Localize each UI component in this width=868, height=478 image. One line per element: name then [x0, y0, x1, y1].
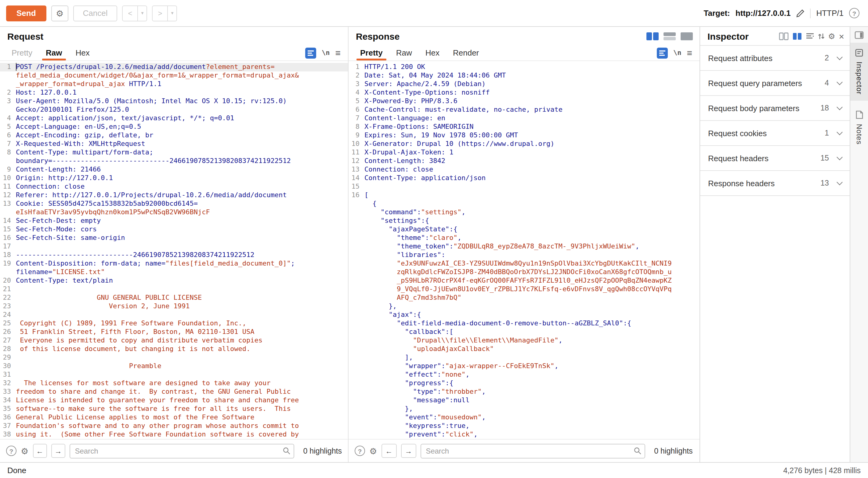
- line-number: [348, 200, 364, 208]
- line-number: [0, 80, 16, 89]
- http-version-label: HTTP/1: [816, 8, 844, 18]
- code-line: 10Origin: http://127.0.0.1: [0, 174, 348, 182]
- search-help-icon[interactable]: ?: [355, 446, 365, 456]
- inspector-section-label: Request body parameters: [708, 103, 799, 113]
- inspector-section-request-attributes[interactable]: Request attributes2: [700, 46, 850, 71]
- hamburger-menu-icon[interactable]: ≡: [335, 48, 341, 58]
- line-number: 10: [0, 174, 16, 182]
- inspector-section-count: 18: [820, 104, 837, 112]
- inspector-section-request-cookies[interactable]: Request cookies1: [700, 121, 850, 146]
- tab-hex[interactable]: Hex: [419, 45, 446, 60]
- tab-render[interactable]: Render: [446, 45, 486, 60]
- code-line: 6Cache-Control: must-revalidate, no-cach…: [348, 106, 700, 114]
- line-number: [348, 362, 364, 370]
- code-line: 5Accept-Language: en-US,en;q=0.5: [0, 123, 348, 131]
- show-newlines-icon[interactable]: \n: [673, 49, 682, 57]
- response-search-input[interactable]: [420, 444, 645, 458]
- send-settings-button[interactable]: ⚙: [51, 5, 68, 21]
- history-forward-dropdown-icon[interactable]: ▾: [168, 5, 177, 21]
- tab-hex[interactable]: Hex: [69, 45, 96, 60]
- burp-repeater-window: Send ⚙ Cancel < ▾ > ▾ Target: http://127…: [0, 0, 868, 478]
- search-help-icon[interactable]: ?: [6, 446, 17, 456]
- dock-panel-icon[interactable]: [855, 31, 864, 39]
- line-number: 4: [348, 89, 364, 97]
- tab-raw[interactable]: Raw: [390, 45, 419, 60]
- code-line: 37Foundation's software and to any other…: [0, 422, 348, 430]
- history-back-control: < ▾: [122, 5, 147, 21]
- history-back-button[interactable]: <: [122, 5, 138, 21]
- prev-match-button[interactable]: ←: [33, 444, 47, 458]
- code-line: "edit-field-media-document-0-remove-butt…: [348, 319, 700, 328]
- tab-pretty[interactable]: Pretty: [353, 45, 390, 60]
- line-number: 34: [0, 396, 16, 405]
- code-line: 25 Copyright (C) 1989, 1991 Free Softwar…: [0, 319, 348, 328]
- hamburger-menu-icon[interactable]: ≡: [687, 48, 692, 58]
- code-line: 2Host: 127.0.0.1: [0, 89, 348, 97]
- code-line: 2Date: Sat, 04 May 2024 18:44:06 GMT: [348, 71, 700, 80]
- code-line: 11Connection: close: [0, 182, 348, 191]
- next-match-button[interactable]: →: [51, 444, 65, 458]
- line-number: 18: [0, 251, 16, 260]
- code-line: 38using it. (Some other Free Software Fo…: [0, 430, 348, 439]
- code-line: eIsHfaaETVr3av95yvbqQhzn0kom1P5wPcNSqB2V…: [0, 208, 348, 217]
- sort-icon[interactable]: [818, 32, 824, 40]
- inspector-section-label: Request headers: [708, 153, 769, 163]
- search-settings-gear-icon[interactable]: ⚙: [21, 446, 28, 456]
- search-field-wrap: [70, 444, 294, 458]
- gear-icon[interactable]: ⚙: [828, 31, 835, 40]
- response-editor[interactable]: 1HTTP/1.1 200 OK2Date: Sat, 04 May 2024 …: [348, 61, 700, 439]
- inspector-section-label: Request query parameters: [708, 79, 802, 88]
- inspector-section-request-headers[interactable]: Request headers15: [700, 146, 850, 171]
- cancel-button[interactable]: Cancel: [73, 5, 118, 21]
- tab-pretty[interactable]: Pretty: [5, 45, 39, 60]
- next-match-button[interactable]: →: [401, 444, 416, 458]
- line-number: 21: [0, 285, 16, 294]
- inspector-section-list: Request attributes2Request query paramet…: [700, 45, 850, 196]
- code-line: 20Content-Type: text/plain: [0, 276, 348, 285]
- side-tab-notes[interactable]: Notes: [850, 104, 868, 151]
- side-tab-inspector[interactable]: Inspector: [850, 43, 868, 101]
- line-number: [348, 268, 364, 276]
- code-line: "prevent":"click",: [348, 430, 700, 439]
- inspector-section-request-body-parameters[interactable]: Request body parameters18: [700, 96, 850, 121]
- line-number: [348, 217, 364, 225]
- show-newlines-icon[interactable]: \n: [322, 49, 330, 57]
- layout-single-icon[interactable]: [680, 31, 693, 40]
- line-number: [348, 345, 364, 354]
- history-back-dropdown-icon[interactable]: ▾: [138, 5, 147, 21]
- code-line: filename="LICENSE.txt": [0, 268, 348, 276]
- line-number: [348, 285, 364, 294]
- layout-columns-icon[interactable]: [646, 31, 659, 40]
- request-search-input[interactable]: [70, 444, 294, 458]
- code-line: 1POST /Projects/drupal-10.2.6/media/add/…: [0, 63, 348, 71]
- close-icon[interactable]: ×: [839, 31, 844, 40]
- chevron-down-icon: [837, 79, 843, 85]
- tab-raw[interactable]: Raw: [39, 45, 69, 60]
- inspector-section-request-query-parameters[interactable]: Request query parameters4: [700, 71, 850, 96]
- layout-rows-icon[interactable]: [663, 31, 676, 40]
- inspector-view-columns-icon[interactable]: [779, 32, 788, 40]
- search-settings-gear-icon[interactable]: ⚙: [369, 446, 377, 456]
- edit-target-icon[interactable]: [796, 9, 805, 18]
- collapse-all-icon[interactable]: [805, 32, 814, 40]
- pretty-format-icon[interactable]: [657, 47, 668, 58]
- inspector-view-rows-icon[interactable]: [792, 32, 802, 40]
- history-forward-control: > ▾: [152, 5, 177, 21]
- code-line: 15: [348, 182, 700, 191]
- line-number: [348, 388, 364, 396]
- send-button[interactable]: Send: [6, 5, 46, 21]
- history-forward-button[interactable]: >: [152, 5, 168, 21]
- response-tabs: PrettyRawHexRender: [353, 45, 486, 60]
- request-editor[interactable]: 1POST /Projects/drupal-10.2.6/media/add/…: [0, 61, 348, 439]
- line-number: [348, 354, 364, 362]
- line-number: [0, 208, 16, 217]
- inspector-section-response-headers[interactable]: Response headers13: [700, 171, 850, 196]
- chevron-down-icon: [837, 54, 843, 60]
- code-line: "effect":"none",: [348, 370, 700, 379]
- line-number: [348, 413, 364, 422]
- prev-match-button[interactable]: ←: [381, 444, 397, 458]
- help-icon[interactable]: ?: [849, 8, 860, 18]
- pretty-format-icon[interactable]: [305, 47, 316, 58]
- code-line: "settings":{: [348, 217, 700, 225]
- line-number: 1: [0, 63, 16, 71]
